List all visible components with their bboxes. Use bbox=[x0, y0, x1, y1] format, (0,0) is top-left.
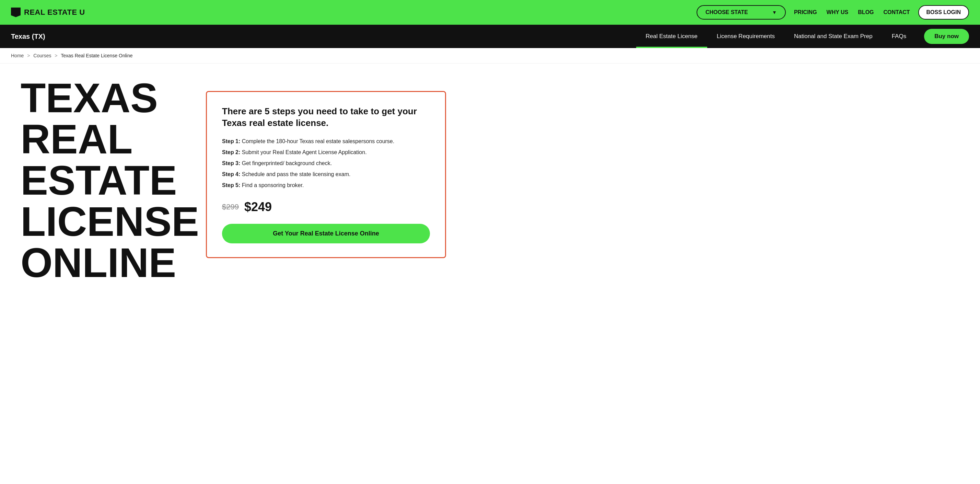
choose-state-button[interactable]: CHOOSE STATE ▼ bbox=[697, 5, 786, 19]
tab-faqs[interactable]: FAQs bbox=[882, 25, 916, 48]
step-3-label: Step 3: bbox=[222, 160, 240, 166]
logo[interactable]: REAL ESTATE U bbox=[11, 8, 85, 17]
nav-link-contact[interactable]: CONTACT bbox=[884, 9, 910, 16]
top-nav: REAL ESTATE U CHOOSE STATE ▼ PRICING WHY… bbox=[0, 0, 980, 25]
breadcrumb: Home > Courses > Texas Real Estate Licen… bbox=[0, 48, 980, 64]
tab-real-estate-license[interactable]: Real Estate License bbox=[636, 25, 707, 48]
top-nav-right: CHOOSE STATE ▼ PRICING WHY US BLOG CONTA… bbox=[697, 5, 969, 19]
breadcrumb-sep-2: > bbox=[54, 53, 57, 58]
choose-state-label: CHOOSE STATE bbox=[705, 9, 748, 16]
boss-login-button[interactable]: BOSS LOGIN bbox=[918, 5, 969, 19]
step-1-label: Step 1: bbox=[222, 139, 240, 144]
state-label: Texas (TX) bbox=[11, 33, 73, 40]
nav-link-blog[interactable]: BLOG bbox=[858, 9, 873, 16]
step-4-text: Schedule and pass the state licensing ex… bbox=[242, 171, 351, 177]
step-1: Step 1: Complete the 180-hour Texas real… bbox=[222, 137, 430, 146]
breadcrumb-current: Texas Real Estate License Online bbox=[61, 53, 132, 58]
price-area: $299 $249 bbox=[222, 200, 430, 214]
step-4: Step 4: Schedule and pass the state lice… bbox=[222, 170, 430, 178]
breadcrumb-sep-1: > bbox=[27, 53, 30, 58]
step-3: Step 3: Get fingerprinted/ background ch… bbox=[222, 159, 430, 167]
main-content: TEXAS REAL ESTATE LICENSE ONLINE There a… bbox=[0, 64, 980, 304]
secondary-nav-links: Real Estate License License Requirements… bbox=[636, 25, 969, 48]
steps-heading: There are 5 steps you need to take to ge… bbox=[222, 106, 430, 129]
buy-now-button[interactable]: Buy now bbox=[924, 29, 969, 44]
step-2: Step 2: Submit your Real Estate Agent Li… bbox=[222, 148, 430, 156]
steps-list: Step 1: Complete the 180-hour Texas real… bbox=[222, 137, 430, 189]
step-5: Step 5: Find a sponsoring broker. bbox=[222, 181, 430, 189]
nav-link-why-us[interactable]: WHY US bbox=[827, 9, 849, 16]
tab-exam-prep[interactable]: National and State Exam Prep bbox=[784, 25, 882, 48]
price-new: $249 bbox=[244, 200, 272, 214]
step-2-label: Step 2: bbox=[222, 149, 240, 155]
nav-links: PRICING WHY US BLOG CONTACT bbox=[794, 9, 910, 16]
cta-button[interactable]: Get Your Real Estate License Online bbox=[222, 224, 430, 244]
tab-license-requirements[interactable]: License Requirements bbox=[707, 25, 784, 48]
price-old: $299 bbox=[222, 202, 239, 212]
breadcrumb-courses[interactable]: Courses bbox=[33, 53, 51, 58]
secondary-nav: Texas (TX) Real Estate License License R… bbox=[0, 25, 980, 48]
logo-text: REAL ESTATE U bbox=[24, 8, 85, 17]
hero-title: TEXAS REAL ESTATE LICENSE ONLINE bbox=[21, 77, 185, 283]
step-4-label: Step 4: bbox=[222, 171, 240, 177]
step-2-text: Submit your Real Estate Agent License Ap… bbox=[242, 149, 367, 155]
step-1-text: Complete the 180-hour Texas real estate … bbox=[242, 139, 394, 144]
nav-link-pricing[interactable]: PRICING bbox=[794, 9, 817, 16]
step-5-label: Step 5: bbox=[222, 182, 240, 188]
logo-icon bbox=[11, 8, 21, 17]
breadcrumb-home[interactable]: Home bbox=[11, 53, 24, 58]
chevron-down-icon: ▼ bbox=[772, 10, 777, 15]
steps-card: There are 5 steps you need to take to ge… bbox=[206, 91, 446, 258]
step-3-text: Get fingerprinted/ background check. bbox=[242, 160, 332, 166]
step-5-text: Find a sponsoring broker. bbox=[242, 182, 304, 188]
